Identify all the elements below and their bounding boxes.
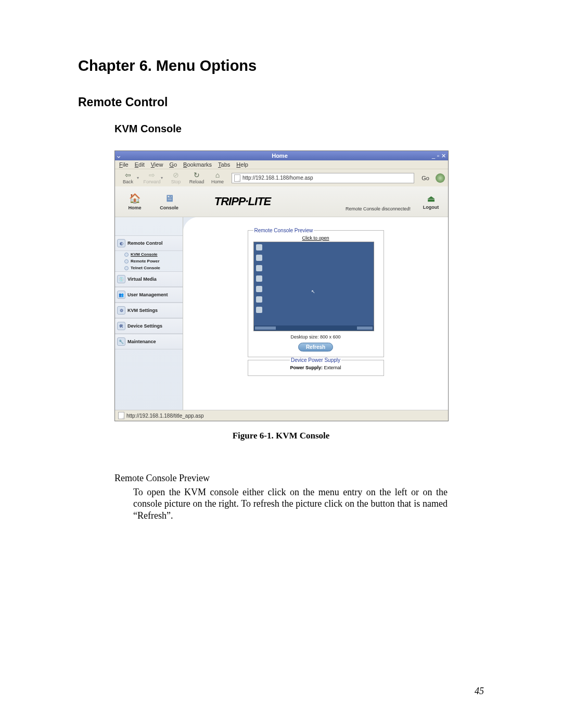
page-icon <box>234 174 240 182</box>
figure: ⌵ Home _ ▫ ✕ File Edit View Go Bookmarks… <box>114 150 448 441</box>
preview-legend: Remote Console Preview <box>253 228 314 233</box>
device-power-supply-panel: Device Power Supply Power Supply: Extern… <box>248 357 384 376</box>
status-text: Remote Console disconnected! <box>285 190 415 214</box>
figure-caption: Figure 6-1. KVM Console <box>114 431 448 441</box>
menu-view[interactable]: View <box>151 161 163 168</box>
stop-button[interactable]: ⊘ Stop <box>166 171 186 184</box>
logout-button[interactable]: ⏏ Logout <box>418 190 444 214</box>
menu-file[interactable]: File <box>119 161 129 168</box>
status-url: http://192.168.1.188/title_app.asp <box>126 413 203 419</box>
remote-control-icon: ◐ <box>117 239 125 247</box>
nav-virtual-media[interactable]: 💿 Virtual Media <box>115 271 183 287</box>
page-number: 45 <box>475 686 484 697</box>
close-icon[interactable]: ✕ <box>441 153 446 159</box>
menu-help[interactable]: Help <box>236 161 248 168</box>
forward-button[interactable]: ⇨ Forward <box>142 171 162 184</box>
browser-statusbar: http://192.168.1.188/title_app.asp <box>115 410 448 421</box>
paragraph-heading: Remote Console Preview <box>114 472 448 484</box>
app-frame: 🏠 Home 🖥 Console TRIPP·LITE Remote Conso… <box>115 186 448 410</box>
app-console-button[interactable]: 🖥 Console <box>154 190 185 214</box>
url-input[interactable]: http://192.168.1.188/home.asp <box>232 173 414 183</box>
page-icon <box>118 412 124 419</box>
menu-tabs[interactable]: Tabs <box>218 161 230 168</box>
console-icon: 🖥 <box>164 193 174 204</box>
reload-icon: ↻ <box>194 171 200 179</box>
nav-telnet-console[interactable]: Telnet Console <box>115 265 183 271</box>
device-settings-icon: 🛠 <box>117 322 125 330</box>
power-legend: Device Power Supply <box>290 357 341 363</box>
go-button[interactable]: Go <box>418 174 432 182</box>
nav-kvm-console[interactable]: KVM Console <box>115 251 183 258</box>
home-icon: 🏠 <box>129 193 140 204</box>
nav-remote-power[interactable]: Remote Power <box>115 258 183 265</box>
minimize-icon[interactable]: _ <box>432 153 435 159</box>
section-title: Remote Control <box>78 95 484 109</box>
browser-window: ⌵ Home _ ▫ ✕ File Edit View Go Bookmarks… <box>114 150 449 421</box>
nav-device-settings[interactable]: 🛠 Device Settings <box>115 318 183 334</box>
preview-taskbar <box>254 325 374 331</box>
kvm-settings-icon: ⚙ <box>117 306 125 315</box>
desktop-icon <box>256 307 262 313</box>
throbber-icon <box>436 173 445 183</box>
arrow-left-icon: ⇦ <box>125 171 131 179</box>
desktop-size-label: Desktop size: 800 x 600 <box>253 334 378 340</box>
home-button[interactable]: ⌂ Home <box>208 171 227 184</box>
browser-titlebar: ⌵ Home _ ▫ ✕ <box>115 151 448 160</box>
browser-toolbar: ⇦ Back ▾ ⇨ Forward ▾ ⊘ Stop ↻ Reload <box>115 169 448 186</box>
desktop-icon <box>256 286 262 292</box>
browser-menubar[interactable]: File Edit View Go Bookmarks Tabs Help <box>115 160 448 169</box>
bullet-icon <box>124 253 129 257</box>
nav-maintenance[interactable]: 🔧 Maintenance <box>115 334 183 349</box>
power-label: Power Supply: <box>290 365 323 370</box>
paragraph-body: To open the KVM console either click on … <box>133 486 448 522</box>
sidebar: ◐ Remote Control KVM Console Remote Powe… <box>115 217 183 410</box>
subsection-title: KVM Console <box>114 123 484 135</box>
nav-user-management[interactable]: 👥 User Management <box>115 287 183 303</box>
menu-bookmarks[interactable]: Bookmarks <box>183 161 212 168</box>
refresh-button[interactable]: Refresh <box>298 343 333 352</box>
desktop-icon <box>256 265 262 271</box>
home-icon: ⌂ <box>215 171 220 179</box>
app-header: 🏠 Home 🖥 Console TRIPP·LITE Remote Conso… <box>115 186 448 217</box>
remote-console-preview-panel: Remote Console Preview Click to open <box>248 228 384 357</box>
app-home-button[interactable]: 🏠 Home <box>119 190 150 214</box>
cursor-icon: ↖ <box>311 289 315 294</box>
window-title: Home <box>127 153 432 159</box>
bullet-icon <box>124 259 129 263</box>
body-text: Remote Console Preview To open the KVM c… <box>114 472 448 521</box>
desktop-icon <box>256 275 262 282</box>
titlebar-appicon: ⌵ <box>117 153 127 159</box>
brand-logo: TRIPP·LITE <box>203 190 282 214</box>
maintenance-icon: 🔧 <box>117 337 125 346</box>
users-icon: 👥 <box>117 291 125 299</box>
logout-icon: ⏏ <box>427 194 435 204</box>
click-to-open-link[interactable]: Click to open <box>253 235 378 241</box>
console-preview-image[interactable]: ↖ <box>253 242 374 331</box>
bullet-icon <box>124 266 129 270</box>
chevron-down-icon[interactable]: ▾ <box>137 175 139 180</box>
nav-remote-control[interactable]: ◐ Remote Control <box>115 235 183 251</box>
desktop-icon <box>256 296 262 303</box>
desktop-icon <box>256 255 262 261</box>
power-value: External <box>324 365 341 370</box>
menu-edit[interactable]: Edit <box>135 161 145 168</box>
desktop-icon <box>256 244 262 250</box>
menu-go[interactable]: Go <box>169 161 177 168</box>
content-area: Remote Console Preview Click to open <box>183 217 448 410</box>
chapter-title: Chapter 6. Menu Options <box>78 57 484 74</box>
stop-icon: ⊘ <box>173 171 179 179</box>
arrow-right-icon: ⇨ <box>149 171 155 179</box>
reload-button[interactable]: ↻ Reload <box>187 171 207 184</box>
nav-kvm-settings[interactable]: ⚙ KVM Settings <box>115 303 183 318</box>
back-button[interactable]: ⇦ Back <box>118 171 138 184</box>
maximize-icon[interactable]: ▫ <box>437 153 439 159</box>
virtual-media-icon: 💿 <box>117 275 125 283</box>
